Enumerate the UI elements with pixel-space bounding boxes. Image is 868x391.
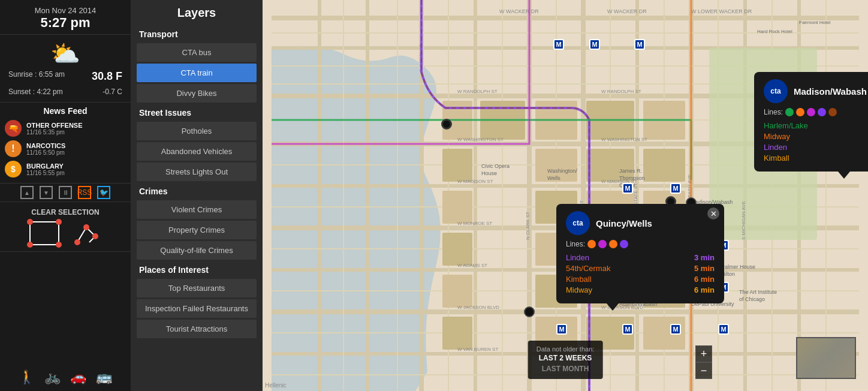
top-restaurants-button[interactable]: Top Restaurants — [137, 279, 257, 297]
twitter-button[interactable]: 🐦 — [97, 186, 110, 199]
streets-lights-out-button[interactable]: Streets Lights Out — [137, 163, 257, 181]
svg-text:W WASHINGTON ST: W WASHINGTON ST — [601, 137, 647, 142]
svg-text:Fairmont Hotel: Fairmont Hotel — [799, 20, 831, 25]
svg-rect-65 — [442, 317, 472, 350]
svg-point-2 — [92, 233, 98, 239]
car-icon[interactable]: 🚗 — [70, 369, 86, 385]
quincy-line-orange — [587, 240, 596, 248]
svg-rect-61 — [442, 275, 472, 308]
cta-logo-madison: cta — [764, 79, 788, 103]
crimes-section-title: Crimes — [131, 183, 263, 198]
newsfeed-controls: ▲ ▼ ⏸ RSS 🐦 — [0, 184, 131, 202]
date-display: Mon Nov 24 2014 — [0, 6, 131, 15]
quincy-close-button[interactable]: ✕ — [707, 207, 719, 219]
layers-title: Layers — [131, 6, 263, 20]
transport-icons-section: 🚶 🚲 🚗 🚌 — [0, 363, 131, 391]
walk-icon[interactable]: 🚶 — [19, 369, 35, 385]
metro-marker-state-2: M — [670, 324, 681, 335]
newsfeed-title: News Feed — [0, 106, 131, 116]
quincy-popup-arrow — [607, 303, 619, 311]
svg-rect-49 — [442, 149, 472, 182]
svg-text:W JACKSON BLVD: W JACKSON BLVD — [457, 305, 499, 310]
bike-icon[interactable]: 🚲 — [44, 369, 61, 385]
quality-of-life-crimes-button[interactable]: Quality-of-life Crimes — [137, 241, 257, 260]
quincy-wells-popup: ✕ cta Quincy/Wells Lines: Linden 3 min 5… — [556, 204, 724, 303]
bus-icon[interactable]: 🚌 — [96, 369, 112, 385]
violent-crimes-button[interactable]: Violent Crimes — [137, 200, 257, 219]
zoom-out-button[interactable]: − — [695, 362, 712, 379]
weather-icon: ⛅ — [0, 40, 131, 68]
news-icon-2: ! — [5, 140, 22, 157]
potholes-button[interactable]: Potholes — [137, 122, 257, 140]
svg-point-111 — [525, 307, 534, 317]
svg-text:The Art Institute: The Art Institute — [739, 289, 777, 295]
svg-text:Hard Rock Hotel: Hard Rock Hotel — [757, 29, 792, 34]
madison-wabash-popup: ✕ cta Madison/Wabash Lines: Harlem/Lake … — [754, 72, 868, 172]
inspection-failed-restaurants-button[interactable]: Inspection Failed Restaurants — [137, 299, 257, 318]
quincy-line-orange2 — [609, 240, 617, 248]
newsfeed-section: News Feed 🔫 OTHER OFFENSE 11/16 5:35 pm … — [0, 103, 131, 184]
madison-line-purple — [818, 108, 826, 116]
news-item-2[interactable]: ! NARCOTICS 11/16 5:50 pm — [0, 139, 131, 159]
map-thumbnail — [796, 337, 856, 379]
madison-train-harlem: Harlem/Lake 2 min — [764, 121, 868, 130]
metro-marker-state-3: M — [718, 324, 729, 335]
scroll-up-button[interactable]: ▲ — [20, 186, 34, 199]
madison-train-kimball: Kimball 5 min — [764, 154, 868, 163]
datetime-section: Mon Nov 24 2014 5:27 pm — [0, 0, 131, 35]
svg-text:Wells: Wells — [547, 175, 560, 181]
news-icon-1: 🔫 — [5, 120, 22, 137]
svg-text:W ADAMS ST: W ADAMS ST — [457, 263, 487, 268]
quincy-train-54th: 54th/Cermak 5 min — [566, 264, 715, 273]
zoom-controls: + − — [695, 345, 712, 379]
svg-text:of Chicago: of Chicago — [739, 296, 765, 302]
temp-c: -0.7 C — [103, 88, 122, 96]
svg-text:W WASHINGTON ST: W WASHINGTON ST — [457, 137, 504, 142]
svg-text:N CLARK ST: N CLARK ST — [525, 212, 531, 240]
data-filter-panel: Data not older than: LAST 2 WEEKS LAST M… — [528, 341, 603, 379]
filter-2-weeks[interactable]: LAST 2 WEEKS — [537, 353, 595, 363]
madison-station-name: Madison/Wabash — [794, 86, 867, 97]
pause-button[interactable]: ⏸ — [59, 186, 72, 199]
temp-f: 30.8 F — [92, 70, 122, 83]
svg-text:Palmer House: Palmer House — [721, 264, 755, 270]
news-item-3[interactable]: $ BURGLARY 11/16 5:55 pm — [0, 159, 131, 179]
places-section-title: Places of Interest — [131, 261, 263, 277]
scroll-down-button[interactable]: ▼ — [40, 186, 53, 199]
quincy-lines-row: Lines: — [566, 240, 715, 248]
svg-text:Thompson: Thompson — [619, 175, 645, 181]
svg-point-1 — [83, 224, 89, 230]
abandoned-vehicles-button[interactable]: Abandoned Vehicles — [137, 142, 257, 161]
metro-marker-state-1: M — [622, 324, 633, 335]
svg-text:Washington/: Washington/ — [547, 168, 577, 174]
metro-marker-loop-1: M — [622, 183, 633, 194]
news-item-1[interactable]: 🔫 OTHER OFFENSE 11/16 5:35 pm — [0, 118, 131, 139]
madison-line-orange — [796, 108, 804, 116]
svg-text:W MADISON ST: W MADISON ST — [457, 179, 493, 184]
quincy-train-linden: Linden 3 min — [566, 253, 715, 262]
left-panel: Mon Nov 24 2014 5:27 pm ⛅ Sunrise : 6:55… — [0, 0, 131, 391]
clear-selection-section: CLEAR SELECTION — [0, 202, 131, 252]
svg-text:W WACKER DR: W WACKER DR — [499, 8, 539, 14]
zoom-in-button[interactable]: + — [695, 345, 712, 362]
tourist-attractions-button[interactable]: Tourist Attractions — [137, 320, 257, 338]
quincy-station-name: Quincy/Wells — [596, 218, 652, 228]
svg-text:Civic Opera: Civic Opera — [481, 163, 510, 169]
filter-last-month[interactable]: LAST MONTH — [537, 363, 595, 374]
svg-rect-57 — [442, 233, 472, 266]
divvy-bikes-button[interactable]: Divvy Bikes — [137, 84, 257, 103]
metro-marker-2: M — [589, 39, 600, 50]
filter-label: Data not older than: — [537, 345, 595, 353]
svg-point-0 — [74, 239, 80, 245]
sunset-info: Sunset : 4:22 pm — [8, 88, 63, 96]
rss-button[interactable]: RSS — [78, 186, 91, 199]
cta-bus-button[interactable]: CTA bus — [137, 43, 257, 62]
property-crimes-button[interactable]: Property Crimes — [137, 221, 257, 239]
svg-text:W RANDOLPH ST: W RANDOLPH ST — [601, 89, 641, 94]
cta-train-button[interactable]: CTA train — [137, 64, 257, 82]
street-issues-section-title: Street Issues — [131, 104, 263, 120]
madison-lines-row: Lines: — [764, 108, 868, 116]
metro-marker-quincy: M — [556, 324, 567, 335]
map-area[interactable]: W WACKER DR W WACKER DR W LOWER WACKER D… — [263, 0, 868, 391]
madison-popup-arrow — [838, 172, 850, 179]
